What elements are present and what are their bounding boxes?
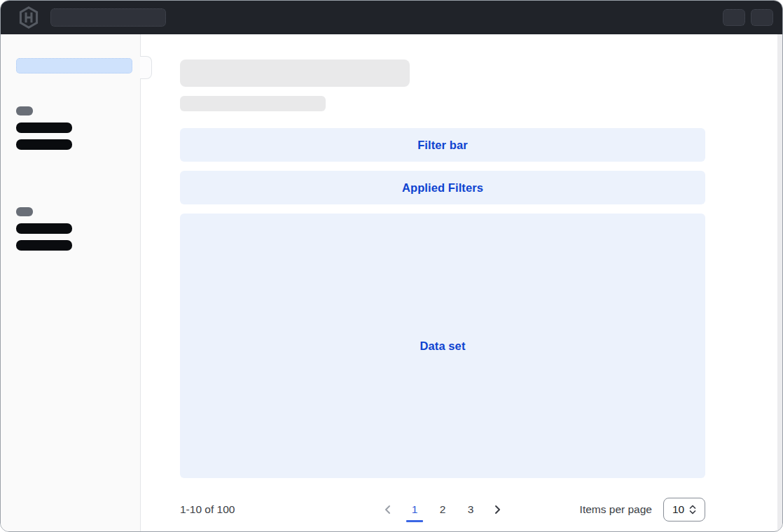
items-per-page-label: Items per page bbox=[580, 503, 652, 516]
page-number-2[interactable]: 2 bbox=[434, 503, 452, 516]
page-subtitle-placeholder bbox=[180, 96, 326, 111]
pagination-bar: 1-10 of 100 1 2 3 bbox=[180, 498, 705, 522]
sidebar-section-label-placeholder bbox=[16, 207, 33, 216]
nav-actions bbox=[723, 9, 773, 26]
sidebar-selected-item-placeholder bbox=[16, 58, 132, 74]
page-number-1[interactable]: 1 bbox=[406, 503, 424, 516]
sidebar-section-2 bbox=[1, 207, 140, 251]
sidebar-item-placeholder bbox=[16, 139, 72, 150]
app-window: Filter bar Applied Filters Data set 1-10… bbox=[0, 0, 783, 532]
chevron-left-icon[interactable] bbox=[380, 502, 396, 517]
nav-search-placeholder bbox=[50, 8, 166, 27]
top-navbar bbox=[1, 1, 782, 34]
sidebar-item-placeholder bbox=[16, 240, 72, 251]
pagination-range-text: 1-10 of 100 bbox=[180, 503, 235, 516]
up-down-chevrons-icon bbox=[689, 504, 696, 515]
applied-filters-label: Applied Filters bbox=[402, 181, 483, 195]
data-set-label: Data set bbox=[420, 340, 466, 353]
sidebar bbox=[1, 34, 141, 532]
page-title-placeholder bbox=[180, 59, 410, 87]
nav-action-placeholder-2 bbox=[751, 9, 773, 26]
pagination-pages: 1 2 3 bbox=[380, 502, 505, 517]
filter-bar-panel: Filter bar bbox=[180, 128, 705, 162]
items-per-page: Items per page 10 bbox=[580, 498, 705, 522]
chevron-right-icon[interactable] bbox=[490, 502, 505, 517]
applied-filters-panel: Applied Filters bbox=[180, 171, 705, 204]
page-number-3[interactable]: 3 bbox=[462, 503, 480, 516]
nav-action-placeholder-1 bbox=[723, 9, 745, 26]
sidebar-item-placeholder bbox=[16, 122, 72, 133]
items-per-page-value: 10 bbox=[672, 503, 684, 516]
sidebar-section-1 bbox=[1, 106, 140, 150]
sidebar-section-label-placeholder bbox=[16, 106, 33, 115]
scrollbar-track[interactable] bbox=[777, 34, 782, 532]
sidebar-item-placeholder bbox=[16, 223, 72, 234]
filter-bar-label: Filter bar bbox=[417, 139, 468, 152]
main-content: Filter bar Applied Filters Data set 1-10… bbox=[141, 34, 782, 532]
hashicorp-logo-icon bbox=[18, 6, 39, 29]
data-set-panel: Data set bbox=[180, 214, 705, 478]
items-per-page-select[interactable]: 10 bbox=[663, 498, 705, 522]
